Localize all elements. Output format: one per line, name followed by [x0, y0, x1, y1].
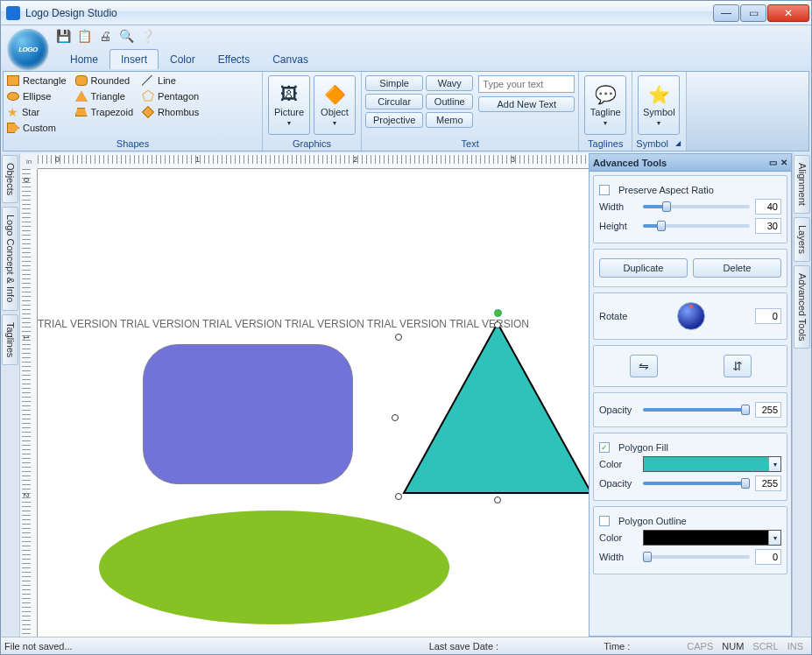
polygon-outline-label: Polygon Outline — [618, 516, 687, 526]
maximize-button[interactable]: ▭ — [740, 4, 766, 22]
status-bar: File not saved... Last save Date : Time … — [1, 637, 811, 654]
rotate-handle[interactable] — [494, 309, 502, 317]
width-label: Width — [599, 201, 638, 212]
rotate-ball[interactable] — [677, 302, 705, 330]
tab-home[interactable]: Home — [59, 49, 109, 69]
tab-color[interactable]: Color — [159, 49, 207, 69]
shape-rhombus[interactable]: Rhombus — [142, 105, 199, 119]
tagline-icon: 💬 — [595, 84, 616, 105]
rhombus-icon — [142, 106, 154, 118]
right-side-tabs: Alignment Layers Advanced Tools — [792, 153, 811, 637]
add-new-text-button[interactable]: Add New Text — [478, 96, 575, 112]
dialog-launcher-icon[interactable]: ◢ — [672, 139, 682, 147]
trapezoid-icon — [75, 108, 88, 116]
pin-icon[interactable]: ▭ — [769, 158, 777, 167]
outline-width-label: Width — [599, 552, 638, 562]
app-menu-button[interactable]: LOGO — [8, 29, 48, 69]
shape-triangle[interactable]: Triangle — [75, 89, 134, 103]
delete-button[interactable]: Delete — [693, 258, 781, 278]
panel-close-icon[interactable]: ✕ — [780, 158, 787, 167]
object-button[interactable]: 🔶 Object ▾ — [314, 75, 356, 135]
text-outline-button[interactable]: Outline — [426, 94, 473, 109]
tab-canvas[interactable]: Canvas — [261, 49, 320, 69]
canvas-container: in 0 1 2 3 0 1 2 TRIAL VERSION TRIAL VER… — [20, 153, 792, 637]
shape-star[interactable]: ★Star — [7, 105, 67, 119]
duplicate-button[interactable]: Duplicate — [599, 258, 688, 278]
rotate-input[interactable] — [755, 308, 781, 324]
sidetab-alignment[interactable]: Alignment — [794, 155, 810, 214]
close-button[interactable]: ✕ — [767, 4, 809, 22]
tab-insert[interactable]: Insert — [109, 49, 159, 69]
shape-rounded[interactable]: Rounded — [75, 74, 134, 88]
advanced-tools-panel: Advanced Tools ▭ ✕ Preserve Aspect Ratio — [589, 153, 792, 637]
selection-handle[interactable] — [494, 321, 501, 328]
rotate-label: Rotate — [599, 311, 627, 321]
shape-rectangle[interactable]: Rectangle — [7, 74, 67, 88]
custom-icon — [7, 123, 19, 133]
print-icon[interactable]: 🖨 — [97, 28, 113, 44]
width-input[interactable] — [755, 199, 781, 215]
polygon-outline-checkbox[interactable] — [599, 516, 610, 526]
selection-handle[interactable] — [395, 334, 402, 341]
polygon-fill-checkbox[interactable]: ✓ — [599, 442, 610, 453]
ribbon: Rectangle Ellipse ★Star Custom Rounded T… — [3, 71, 809, 151]
shape-ellipse[interactable]: Ellipse — [7, 89, 67, 103]
width-slider[interactable] — [643, 205, 750, 208]
text-input[interactable] — [478, 75, 575, 93]
paste-icon[interactable]: 📋 — [76, 28, 92, 44]
preserve-aspect-checkbox[interactable] — [599, 185, 610, 195]
zoom-icon[interactable]: 🔍 — [118, 28, 134, 44]
save-icon[interactable]: 💾 — [55, 28, 71, 44]
fill-color-label: Color — [599, 459, 638, 469]
selection-handle[interactable] — [494, 497, 501, 504]
text-memo-button[interactable]: Memo — [426, 112, 473, 128]
outline-color-label: Color — [599, 532, 638, 543]
quick-access-toolbar: 💾 📋 🖨 🔍 ❔ — [55, 25, 811, 46]
sidetab-advanced-tools[interactable]: Advanced Tools — [794, 265, 810, 349]
sidetab-layers[interactable]: Layers — [794, 217, 810, 262]
sidetab-taglines[interactable]: Taglines — [2, 314, 18, 365]
fill-color-picker[interactable]: ▾ — [643, 456, 781, 472]
text-simple-button[interactable]: Simple — [365, 75, 423, 91]
tagline-button[interactable]: 💬 Tagline ▾ — [584, 75, 626, 135]
canvas-triangle[interactable] — [397, 318, 598, 502]
shape-line[interactable]: Line — [142, 74, 199, 88]
text-wavy-button[interactable]: Wavy — [426, 75, 473, 91]
advanced-tools-title: Advanced Tools — [593, 158, 667, 168]
selection-handle[interactable] — [395, 493, 402, 500]
opacity-slider[interactable] — [643, 408, 750, 412]
opacity-input[interactable] — [755, 402, 781, 418]
outline-color-picker[interactable]: ▾ — [643, 530, 781, 546]
window-title: Logo Design Studio — [25, 7, 117, 19]
height-input[interactable] — [755, 218, 781, 234]
minimize-button[interactable]: — — [713, 4, 739, 22]
shape-pentagon[interactable]: ⬠Pentagon — [142, 89, 199, 103]
picture-button[interactable]: 🖼 Picture ▾ — [268, 75, 310, 135]
text-projective-button[interactable]: Projective — [365, 112, 423, 128]
flip-horizontal-button[interactable]: ⇋ — [630, 355, 658, 377]
ruler-unit: in — [20, 153, 38, 169]
canvas-ellipse[interactable] — [99, 511, 449, 624]
triangle-icon — [75, 91, 88, 102]
sidetab-objects[interactable]: Objects — [2, 155, 18, 203]
shape-custom[interactable]: Custom — [7, 121, 67, 135]
fill-opacity-slider[interactable] — [643, 482, 750, 485]
outline-width-input[interactable] — [755, 549, 781, 565]
flip-vertical-button[interactable]: ⇵ — [724, 355, 752, 377]
text-circular-button[interactable]: Circular — [365, 94, 423, 109]
outline-width-slider[interactable] — [643, 555, 750, 559]
selection-handle[interactable] — [392, 414, 399, 421]
tab-effects[interactable]: Effects — [207, 49, 261, 69]
ribbon-tabs: Home Insert Color Effects Canvas — [55, 46, 811, 69]
fill-opacity-label: Opacity — [599, 478, 638, 489]
sidetab-logo-concept[interactable]: Logo Concept & Info — [2, 207, 18, 310]
shapes-group-title: Shapes — [7, 138, 258, 151]
line-icon — [142, 74, 154, 87]
symbol-button[interactable]: ⭐ Symbol ▾ — [638, 75, 680, 135]
shape-trapezoid[interactable]: Trapezoid — [75, 105, 134, 119]
height-slider[interactable] — [643, 224, 750, 228]
canvas-rounded-rect[interactable] — [143, 344, 353, 484]
help-icon[interactable]: ❔ — [139, 28, 155, 44]
fill-opacity-input[interactable] — [755, 475, 781, 491]
pentagon-icon: ⬠ — [142, 91, 154, 102]
